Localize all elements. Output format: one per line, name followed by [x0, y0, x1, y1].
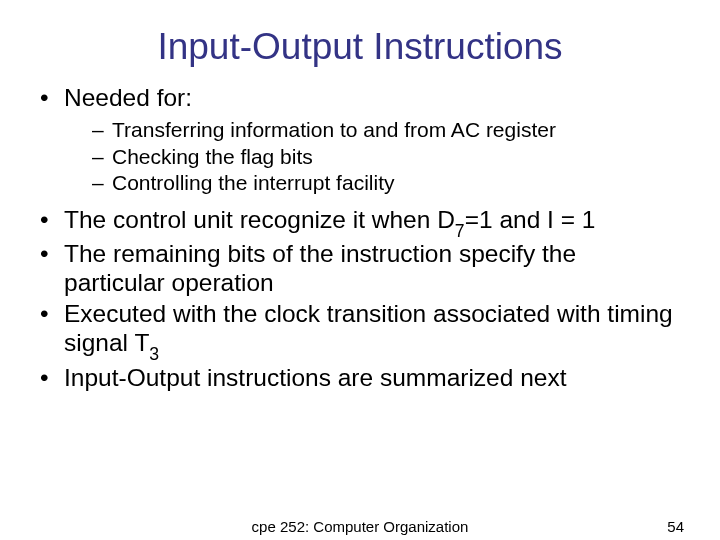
bullet-list-level2: Transferring information to and from AC …: [64, 117, 680, 196]
bullet-needed-for: Needed for: Transferring information to …: [40, 84, 680, 196]
slide-title: Input-Output Instructions: [0, 0, 720, 78]
text-part-a: The control unit recognize it when D: [64, 206, 455, 233]
subscript-d7: 7: [455, 221, 465, 241]
bullet-list-level1: Needed for: Transferring information to …: [40, 84, 680, 393]
bullet-remaining-bits: The remaining bits of the instruction sp…: [40, 240, 680, 298]
text: Needed for:: [64, 84, 192, 111]
footer-page-number: 54: [667, 518, 684, 535]
slide-body: Needed for: Transferring information to …: [0, 78, 720, 393]
bullet-control-unit: The control unit recognize it when D7=1 …: [40, 206, 680, 239]
sub-bullet-flag-bits: Checking the flag bits: [92, 144, 680, 170]
text-part-b: =1 and I = 1: [465, 206, 596, 233]
sub-bullet-interrupt: Controlling the interrupt facility: [92, 170, 680, 196]
subscript-t3: 3: [149, 344, 159, 364]
slide: Input-Output Instructions Needed for: Tr…: [0, 0, 720, 540]
bullet-summarized-next: Input-Output instructions are summarized…: [40, 364, 680, 393]
bullet-clock-transition: Executed with the clock transition assoc…: [40, 300, 680, 362]
sub-bullet-transferring: Transferring information to and from AC …: [92, 117, 680, 143]
footer-course: cpe 252: Computer Organization: [0, 518, 720, 535]
